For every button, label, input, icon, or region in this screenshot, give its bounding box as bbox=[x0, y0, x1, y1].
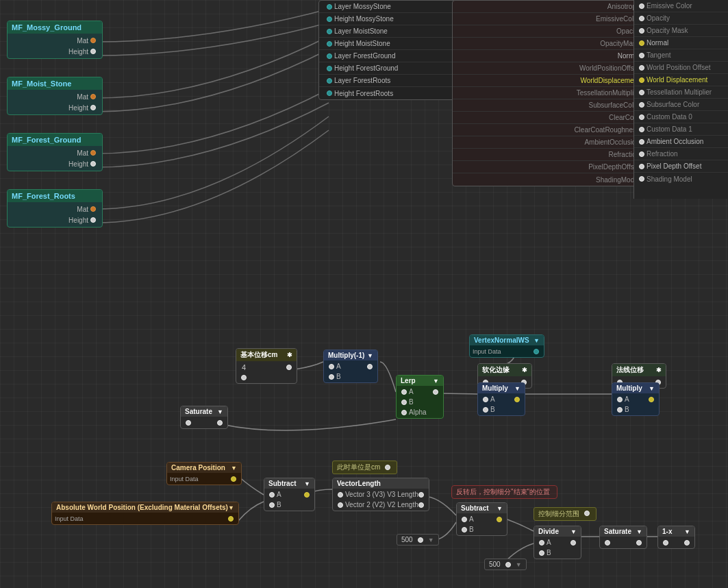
tan-out-pin bbox=[639, 53, 644, 58]
ao-out-pin bbox=[639, 139, 644, 145]
cd1-out-pin bbox=[639, 127, 644, 132]
ssc-out-pin bbox=[639, 102, 644, 108]
mat-label: Mat bbox=[77, 37, 88, 45]
multiply3-node: Multiply ▼ A B bbox=[612, 382, 660, 416]
refraction-row: Refraction bbox=[453, 149, 653, 161]
pin-layer-fg bbox=[327, 53, 332, 59]
subtract1-header: Subtract ▼ bbox=[264, 478, 314, 489]
mat-pin bbox=[90, 38, 96, 43]
sat2-in-pin bbox=[605, 540, 610, 546]
mul1-out-pin bbox=[367, 364, 373, 369]
normal-row: Normal bbox=[453, 50, 653, 62]
basic-offset-node: 基本位移cm ✱ 4 bbox=[236, 348, 297, 384]
ref-out-pin bbox=[639, 151, 644, 157]
sub1-out-pin bbox=[304, 492, 310, 498]
mat-pin4 bbox=[90, 206, 96, 212]
vertex-normal-header: VertexNormalWS ▼ bbox=[470, 335, 544, 345]
pin-height-fr bbox=[327, 90, 332, 96]
pdo-row: PixelDepthOffset bbox=[453, 161, 653, 173]
height-label: Height bbox=[68, 48, 88, 56]
op-out-label: Opacity bbox=[647, 14, 670, 22]
camera-pos-node: Camera Position ▼ Input Data bbox=[166, 462, 242, 485]
source-row-mat: Mat bbox=[8, 35, 102, 46]
sub1-b-pin bbox=[269, 502, 275, 508]
lerp-out-pin bbox=[433, 389, 438, 395]
sub2-a-pin bbox=[462, 517, 467, 522]
tess-row: TessellationMultiplier bbox=[453, 87, 653, 99]
pdo-out-label: Pixel Depth Offset bbox=[647, 162, 701, 170]
source-row-height4: Height bbox=[8, 215, 102, 225]
const-500-2: 500 ▼ bbox=[484, 559, 527, 570]
mul3-a-pin bbox=[617, 397, 623, 402]
unit-note: 此时单位是cm bbox=[332, 461, 397, 474]
mul2-b-pin bbox=[483, 407, 488, 413]
right-output-panel: Anisotropy EmissiveColor Opacity Opacity… bbox=[452, 0, 654, 186]
sat2-out-pin bbox=[636, 540, 642, 546]
one-minus-x-node: 1-x ▼ bbox=[657, 526, 695, 549]
cd0-out-label: Custom Data 0 bbox=[647, 113, 692, 121]
lerp-header: Lerp ▼ bbox=[397, 376, 443, 386]
vl-v3-pin bbox=[338, 492, 343, 498]
source-node-forest-roots-header: MF_Forest_Roots bbox=[8, 190, 102, 202]
const500-2-pin bbox=[505, 562, 511, 567]
pin-layer-fr bbox=[327, 78, 332, 84]
mul3-b-pin bbox=[617, 407, 623, 413]
pin-layer-mossy bbox=[327, 4, 332, 10]
source-row-mat4: Mat bbox=[8, 204, 102, 215]
sm-out-label: Shading Model bbox=[647, 175, 692, 183]
vector-length-node: VectorLength Vector 3 (V3) V3 Length Vec… bbox=[332, 478, 429, 511]
mul2-out-pin bbox=[514, 397, 520, 402]
saturate-pin-row bbox=[181, 417, 227, 428]
omx-out-pin bbox=[684, 540, 690, 546]
multiply3-header: Multiply ▼ bbox=[612, 383, 659, 393]
unit-note-pin bbox=[385, 465, 390, 470]
pdo-out-pin bbox=[639, 164, 644, 169]
multiply2-header: Multiply ▼ bbox=[478, 383, 525, 393]
n-out-pin bbox=[639, 40, 644, 46]
vertex-normal-node: VertexNormalWS ▼ Input Data bbox=[469, 334, 544, 358]
n-out-label: Normal bbox=[647, 39, 668, 47]
offset-val-row: 4 bbox=[236, 362, 297, 372]
pin-height-mossy bbox=[327, 16, 332, 22]
cd0-out-pin bbox=[639, 114, 644, 120]
subtract2-header: Subtract ▼ bbox=[457, 503, 507, 513]
mul2-a-pin bbox=[483, 397, 488, 402]
ao-out-label: Ambient Occlusion bbox=[647, 138, 703, 145]
sm-out-pin bbox=[639, 176, 644, 182]
mul1-a-pin bbox=[329, 364, 334, 369]
sub2-b-pin bbox=[462, 527, 467, 532]
source-node-mossy-ground: MF_Mossy_Ground Mat Height bbox=[7, 21, 103, 59]
ec-out-pin bbox=[639, 3, 644, 9]
ccr-row: ClearCoatRoughness bbox=[453, 124, 653, 136]
const500-1-pin bbox=[418, 537, 423, 543]
lerp-b-pin bbox=[401, 400, 407, 405]
lerp-node: Lerp ▼ A B Alpha bbox=[396, 375, 444, 419]
tan-out-label: Tangent bbox=[647, 51, 671, 59]
multiply2-node: Multiply ▼ A B bbox=[477, 382, 525, 416]
source-node-moist-stone: MF_Moist_Stone Mat Height bbox=[7, 77, 103, 115]
div-a-pin bbox=[539, 540, 544, 546]
saturate2-header: Saturate ▼ bbox=[600, 526, 647, 537]
face-offset-header: 法线位移 ✱ bbox=[612, 364, 666, 376]
pin-layer-moist bbox=[327, 29, 332, 34]
vector-length-header: VectorLength bbox=[333, 478, 429, 489]
ec-out-label: Emissive Color bbox=[647, 2, 692, 10]
emissive-row: EmissiveColor bbox=[453, 13, 653, 25]
wd-out-pin bbox=[639, 77, 644, 83]
divide-header: Divide ▼ bbox=[534, 526, 581, 537]
soften-edge-header: 软化边缘 ✱ bbox=[478, 364, 531, 376]
opacitymask-row: OpacityMask bbox=[453, 38, 653, 50]
mat-pin2 bbox=[90, 94, 96, 99]
sub1-a-pin bbox=[269, 492, 275, 498]
saturate-in-pin bbox=[186, 420, 191, 426]
source-row-height2: Height bbox=[8, 102, 102, 113]
divide-node: Divide ▼ A B bbox=[534, 526, 581, 559]
div-out-pin bbox=[570, 540, 576, 546]
saturate-header: Saturate ▼ bbox=[181, 406, 227, 417]
source-node-forest-ground-header: MF_Forest_Ground bbox=[8, 134, 102, 146]
offset-out-pin bbox=[286, 365, 292, 370]
mat-output-panel: Emissive Color Opacity Opacity Mask Norm… bbox=[633, 0, 728, 199]
height-pin4 bbox=[90, 217, 96, 223]
om-out-label: Opacity Mask bbox=[647, 27, 688, 34]
basic-offset-header: 基本位移cm ✱ bbox=[236, 349, 297, 361]
